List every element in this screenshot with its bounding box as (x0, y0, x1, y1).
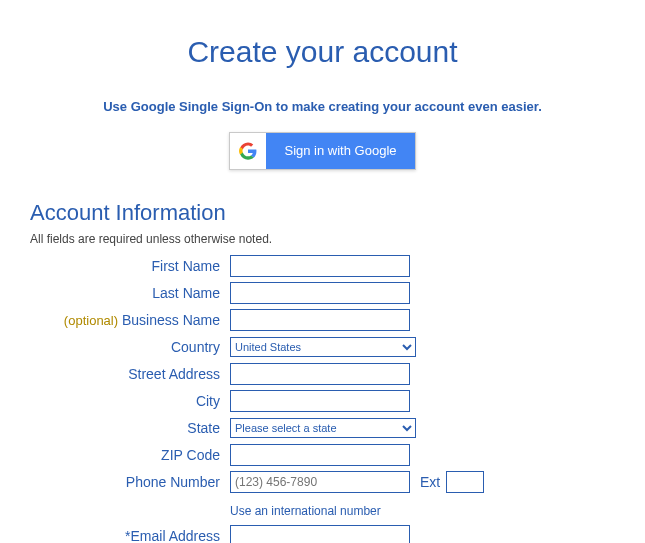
email-input[interactable] (230, 525, 410, 543)
state-select[interactable]: Please select a state (230, 418, 416, 438)
city-label: City (30, 393, 230, 409)
google-icon (230, 133, 266, 169)
zip-input[interactable] (230, 444, 410, 466)
zip-label: ZIP Code (30, 447, 230, 463)
country-select[interactable]: United States (230, 337, 416, 357)
last-name-label: Last Name (30, 285, 230, 301)
street-address-input[interactable] (230, 363, 410, 385)
section-heading: Account Information (30, 200, 615, 226)
email-label: *Email Address (30, 528, 230, 543)
country-label: Country (30, 339, 230, 355)
ext-label: Ext (420, 474, 440, 490)
business-name-input[interactable] (230, 309, 410, 331)
first-name-input[interactable] (230, 255, 410, 277)
first-name-label: First Name (30, 258, 230, 274)
page-title: Create your account (30, 35, 615, 69)
sso-hint: Use Google Single Sign-On to make creati… (30, 99, 615, 114)
ext-input[interactable] (446, 471, 484, 493)
required-note: All fields are required unless otherwise… (30, 232, 615, 246)
last-name-input[interactable] (230, 282, 410, 304)
phone-input[interactable] (230, 471, 410, 493)
city-input[interactable] (230, 390, 410, 412)
business-name-label: (optional) Business Name (30, 312, 230, 328)
phone-label: Phone Number (30, 474, 230, 490)
state-label: State (30, 420, 230, 436)
google-signin-label: Sign in with Google (266, 133, 414, 169)
intl-number-link[interactable]: Use an international number (230, 504, 381, 518)
google-signin-button[interactable]: Sign in with Google (229, 132, 415, 170)
street-address-label: Street Address (30, 366, 230, 382)
